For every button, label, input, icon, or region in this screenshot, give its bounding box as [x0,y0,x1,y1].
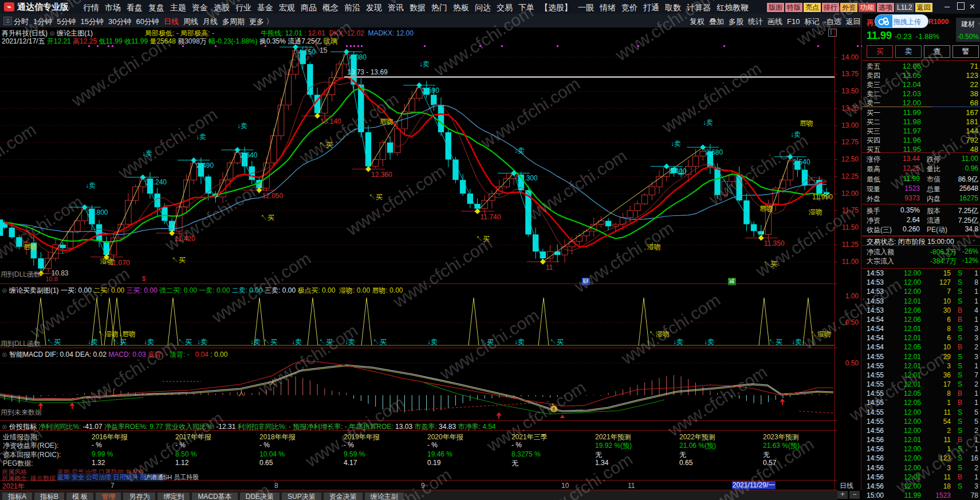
svg-text:4.150: 4.150 [298,48,316,56]
svg-text:湿吻: 湿吻 [100,257,114,265]
svg-text:↓卖: ↓卖 [704,338,714,346]
svg-text:↓卖: ↓卖 [427,338,438,346]
svg-text:↓卖: ↓卖 [514,338,525,346]
svg-text:↓卖: ↓卖 [292,338,302,346]
svg-text:2.540: 2.540 [793,158,810,166]
svg-text:2.640: 2.640 [240,151,257,159]
svg-text:↓卖: ↓卖 [85,182,96,190]
svg-text:12.360: 12.360 [371,171,392,179]
svg-text:唇吻: 唇吻 [800,119,813,127]
svg-text:↖买: ↖买 [319,141,333,149]
svg-text:12.240: 12.240 [145,178,167,186]
svg-text:↖湿吻: ↖湿吻 [649,330,670,338]
svg-text:4.080: 4.080 [349,53,367,61]
svg-text:唇吻: 唇吻 [380,117,393,125]
svg-text:$: $ [142,275,145,282]
svg-text:↓卖: ↓卖 [673,338,683,346]
svg-text:↖买: ↖买 [263,338,277,346]
svg-text:$: $ [552,407,555,412]
svg-text:↓卖: ↓卖 [671,140,681,148]
svg-text:11.740: 11.740 [481,213,501,221]
svg-text:↖买: ↖买 [172,256,186,264]
svg-text:↖买: ↖买 [47,338,61,346]
svg-text:湿吻: 湿吻 [808,208,822,216]
svg-text:↓卖: ↓卖 [419,60,430,68]
svg-text:↖买: ↖买 [769,338,782,346]
svg-text:12.050: 12.050 [262,192,284,200]
svg-text:↓卖: ↓卖 [514,147,525,155]
svg-text:↓卖: ↓卖 [196,133,206,141]
svg-text:↓卖: ↓卖 [88,338,98,346]
svg-text:2.680: 2.680 [706,148,723,156]
svg-text:2.400: 2.400 [670,167,687,175]
svg-text:11.350: 11.350 [764,239,785,247]
svg-text:↓卖: ↓卖 [790,131,801,139]
svg-text:唇吻: 唇吻 [759,204,773,212]
svg-text:↖买: ↖买 [373,338,387,346]
svg-text:11.420: 11.420 [175,235,195,243]
svg-text:人: 人 [238,389,245,396]
svg-text:↓卖: ↓卖 [197,338,207,346]
svg-text:↖买: ↖买 [480,338,494,346]
svg-text:13.140: 13.140 [320,117,341,125]
svg-text:↖买: ↖买 [113,338,127,346]
svg-text:↖买: ↖买 [319,338,333,346]
svg-text:↖湿吻↓唇吻: ↖湿吻↓唇吻 [98,330,136,338]
svg-text:↓卖: ↓卖 [345,338,355,346]
svg-text:11.800: 11.800 [88,208,108,216]
svg-text:12.300: 12.300 [517,174,538,182]
svg-text:3.590: 3.590 [422,86,439,95]
svg-text:13.73 - 13.69: 13.73 - 13.69 [347,68,388,76]
svg-text:x: x [552,401,554,407]
svg-text:2.490: 2.490 [196,162,214,170]
svg-text:10.8: 10.8 [46,275,58,282]
svg-text:湿吻: 湿吻 [647,243,661,251]
svg-text:↓卖: ↓卖 [142,149,152,158]
svg-text:↖湿吻: ↖湿吻 [810,330,831,338]
svg-text:↓卖: ↓卖 [144,338,154,346]
svg-text:11: 11 [546,263,553,271]
svg-text:↓卖: ↓卖 [703,119,713,127]
svg-text:15: 15 [320,46,328,54]
svg-text:↖买: ↖买 [369,193,383,201]
svg-text:↖买: ↖买 [261,214,274,222]
svg-text:唇吻: 唇吻 [23,243,37,251]
svg-text:↓卖: ↓卖 [250,338,261,346]
svg-text:↖买: ↖买 [763,260,777,268]
svg-text:人: 人 [270,379,276,385]
svg-text:↖买: ↖买 [550,338,564,346]
svg-text:↖买: ↖买 [178,338,192,346]
svg-text:11.990: 11.990 [812,193,833,201]
svg-text:↖买: ↖买 [476,235,490,243]
svg-text:↓卖: ↓卖 [792,338,802,346]
svg-text:↓卖: ↓卖 [237,122,247,130]
